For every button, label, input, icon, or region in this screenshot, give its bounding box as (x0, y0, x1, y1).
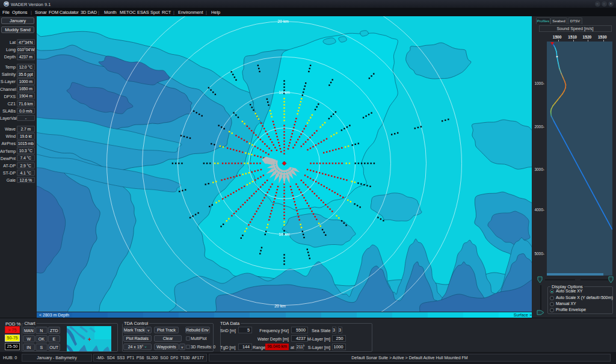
svg-text:10 km: 10 km (279, 232, 290, 236)
svg-text:10 km: 10 km (279, 90, 290, 94)
svg-text:20 km: 20 km (277, 19, 289, 23)
svg-text:20 km: 20 km (274, 304, 286, 308)
